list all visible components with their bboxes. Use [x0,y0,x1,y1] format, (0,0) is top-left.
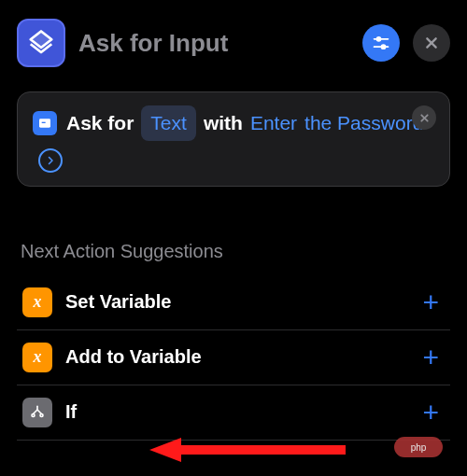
header: Ask for Input [0,0,467,84]
settings-button[interactable] [362,24,400,62]
branch-icon [22,398,52,427]
close-icon [424,35,439,50]
close-icon [419,113,430,123]
svg-point-3 [381,45,385,49]
input-type-token[interactable]: Text [141,105,196,141]
sliders-icon [372,34,390,52]
variable-icon: x [22,287,52,317]
suggestion-label: Set Variable [65,291,409,313]
action-text: Ask for [66,107,134,139]
suggestion-set-variable[interactable]: x Set Variable + [17,275,450,330]
expand-action-button[interactable] [38,148,63,173]
action-card-ask-for-input[interactable]: Ask for Text with Enter the Password [17,91,450,187]
shortcuts-app-icon [17,19,65,67]
chevron-right-icon [45,155,56,166]
suggestion-label: Add to Variable [65,346,409,368]
add-action-button[interactable]: + [422,287,445,318]
watermark: php [394,437,443,457]
suggestion-add-to-variable[interactable]: x Add to Variable + [17,330,450,385]
svg-point-1 [376,37,380,41]
suggestion-if[interactable]: If + [17,385,450,441]
action-card-content: Ask for Text with Enter the Password [33,105,434,173]
suggestion-list: x Set Variable + x Add to Variable + If … [0,275,467,441]
svg-marker-12 [149,438,181,462]
variable-icon: x [22,343,52,372]
add-action-button[interactable]: + [422,342,445,373]
ask-icon [33,111,57,135]
prompt-text[interactable]: Enter [250,107,297,139]
suggestions-heading: Next Action Suggestions [0,187,467,275]
svg-point-10 [40,413,43,416]
suggestion-label: If [65,401,409,423]
action-text: with [204,107,243,139]
svg-point-9 [32,413,35,416]
remove-action-button[interactable] [412,105,436,130]
prompt-text[interactable]: the Password [304,107,423,139]
add-action-button[interactable]: + [422,397,445,428]
close-button[interactable] [413,24,450,62]
page-title: Ask for Input [78,29,349,58]
